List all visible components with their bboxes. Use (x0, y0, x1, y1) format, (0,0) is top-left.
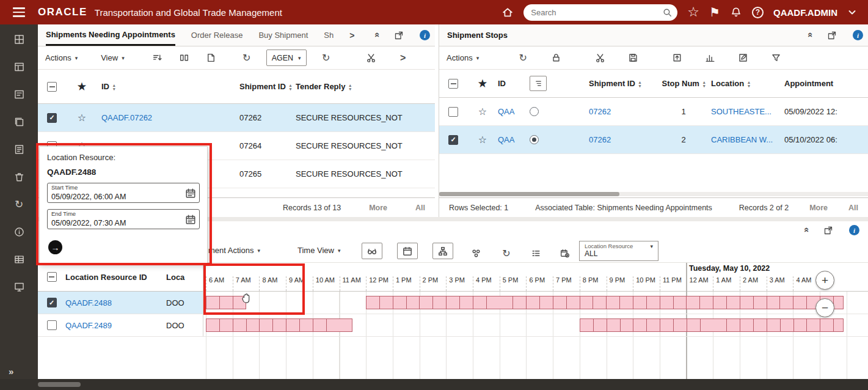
col-location-resource-id[interactable]: Location Resource ID (65, 273, 166, 282)
edit-icon[interactable] (735, 51, 750, 65)
calendar-view-button[interactable] (397, 243, 418, 259)
star-column-icon[interactable]: ★ (478, 78, 487, 89)
row-checkbox[interactable] (448, 135, 458, 145)
hierarchy-view-button[interactable] (432, 243, 453, 259)
sidebar-info-icon[interactable] (13, 226, 25, 238)
gantt-row[interactable]: QAADF.2488 DOO (38, 292, 868, 314)
refresh-icon[interactable]: ↻ (239, 51, 254, 65)
gantt-bar[interactable] (580, 318, 844, 332)
sort-icon[interactable] (150, 51, 165, 65)
calendar-icon[interactable] (185, 188, 196, 201)
stop-row[interactable]: ☆ QAA 07262 2 CARIBBEAN W... 05/10/2022 … (439, 126, 868, 154)
open-in-new-icon[interactable] (394, 31, 404, 40)
home-icon[interactable] (501, 6, 514, 18)
saved-search-select[interactable]: AGEN▾ (266, 50, 307, 66)
collapse-panel-icon[interactable]: » (800, 228, 811, 232)
sidebar-sync-icon[interactable]: ↻ (13, 198, 25, 210)
sidebar-trash-icon[interactable] (13, 171, 25, 183)
lock-icon[interactable] (549, 51, 563, 65)
col-shipment-id[interactable]: Shipment ID▴▾ (239, 82, 296, 91)
sidebar-grid-icon[interactable] (13, 33, 25, 45)
star-column-icon[interactable]: ★ (78, 81, 86, 92)
zoom-in-button[interactable]: + (815, 271, 834, 290)
page-horizontal-scrollbar[interactable] (0, 379, 868, 390)
shipment-row[interactable]: ☆ QAADF.07262 07262 SECURE RESOURCES_NOT (38, 104, 435, 132)
sidebar-form-icon[interactable] (13, 88, 25, 100)
toolbar-overflow-chevron-icon[interactable]: > (396, 51, 410, 65)
row-radio[interactable] (530, 135, 539, 144)
info-icon[interactable]: i (853, 30, 863, 40)
view-glasses-button[interactable] (362, 243, 382, 259)
refresh-icon[interactable]: ↻ (499, 246, 514, 260)
reload-icon[interactable]: ↻ (319, 51, 334, 65)
actions-menu-button[interactable]: Actions▾ (45, 53, 78, 62)
search-icon[interactable] (662, 7, 673, 20)
select-all-checkbox[interactable] (47, 82, 57, 92)
row-radio[interactable] (530, 107, 539, 116)
refresh-icon[interactable]: ↻ (516, 51, 530, 65)
tab-shipments-needing-appointments[interactable]: Shipments Needing Appointments (46, 24, 175, 46)
open-in-new-icon[interactable] (823, 226, 833, 235)
col-location[interactable]: Location▴▾ (711, 79, 784, 88)
col-id[interactable]: ID▴▾ (98, 82, 239, 91)
export-page-icon[interactable] (204, 51, 219, 65)
col-location[interactable]: Loca (166, 273, 203, 282)
row-checkbox[interactable] (448, 107, 458, 117)
favorites-icon[interactable]: ☆ (687, 6, 699, 19)
sidebar-table-icon[interactable] (13, 253, 25, 265)
scissors-icon[interactable] (364, 51, 379, 65)
row-checkbox[interactable] (47, 113, 57, 123)
col-tender-reply[interactable]: Tender Reply▴▾ (296, 82, 435, 91)
row-star-icon[interactable]: ☆ (478, 134, 487, 145)
list-icon[interactable] (528, 246, 543, 260)
shipment-id-link[interactable]: 07262 (589, 107, 611, 116)
stop-row[interactable]: ☆ QAA 07262 1 SOUTHEASTE... 05/09/2022 1… (439, 98, 868, 126)
view-menu-button[interactable]: View▾ (101, 53, 124, 62)
all-button[interactable]: All (848, 204, 858, 212)
location-link[interactable]: SOUTHEASTE... (711, 107, 771, 116)
save-icon[interactable] (625, 51, 640, 65)
zoom-out-button[interactable]: − (815, 298, 834, 317)
info-icon[interactable]: i (849, 225, 859, 235)
info-icon[interactable]: i (420, 30, 430, 40)
gantt-row[interactable]: QAADF.2489 DOO (38, 314, 868, 337)
more-button[interactable]: More (369, 204, 387, 212)
row-star-icon[interactable]: ☆ (478, 106, 487, 117)
sidebar-copy-icon[interactable] (13, 116, 25, 128)
tab-sh-clipped[interactable]: Sh (324, 24, 334, 46)
gantt-bar[interactable] (366, 296, 844, 309)
actions-menu-button[interactable]: Actions▾ (447, 53, 479, 62)
scrollbar-thumb[interactable] (439, 192, 619, 196)
sidebar-monitor-icon[interactable] (13, 281, 25, 293)
col-id[interactable]: ID (498, 79, 525, 88)
col-stop-num[interactable]: Stop Num▴▾ (656, 79, 711, 88)
row-star-icon[interactable]: ☆ (78, 112, 86, 123)
group-icon[interactable] (469, 246, 483, 260)
collapse-panel-icon[interactable]: » (371, 33, 381, 37)
end-time-field[interactable]: End Time 05/09/2022, 07:30 AM (47, 209, 200, 229)
chart-icon[interactable] (702, 51, 717, 65)
stop-id-link[interactable]: QAA (498, 135, 514, 144)
tab-overflow-chevron-icon[interactable]: > (349, 31, 354, 40)
start-time-field[interactable]: Start Time 05/09/2022, 06:00 AM (47, 183, 200, 203)
column-menu-button[interactable] (530, 76, 547, 91)
menu-icon[interactable] (0, 7, 38, 17)
horizontal-scrollbar[interactable] (439, 192, 868, 196)
flag-icon[interactable]: ⚑ (709, 6, 720, 18)
location-resource-link[interactable]: QAADF.2489 (65, 321, 112, 330)
shipment-id-link[interactable]: 07262 (589, 135, 611, 144)
help-icon[interactable]: ? (752, 7, 764, 18)
appointment-actions-menu-button[interactable]: ment Actions▾ (208, 246, 260, 255)
col-shipment-id[interactable]: Shipment ID▴▾ (583, 79, 656, 88)
row-checkbox[interactable] (47, 320, 57, 330)
columns-icon[interactable] (177, 51, 192, 65)
export-icon[interactable] (669, 51, 684, 65)
schedule-icon[interactable] (557, 246, 572, 260)
select-all-checkbox[interactable] (47, 272, 57, 282)
stop-id-link[interactable]: QAA (498, 107, 514, 116)
col-appointment[interactable]: Appointment (784, 79, 868, 88)
scrollbar-thumb[interactable] (38, 382, 81, 387)
tab-buy-shipment[interactable]: Buy Shipment (258, 24, 308, 46)
notifications-bell-icon[interactable] (730, 6, 742, 18)
collapse-panel-icon[interactable]: » (804, 33, 814, 37)
